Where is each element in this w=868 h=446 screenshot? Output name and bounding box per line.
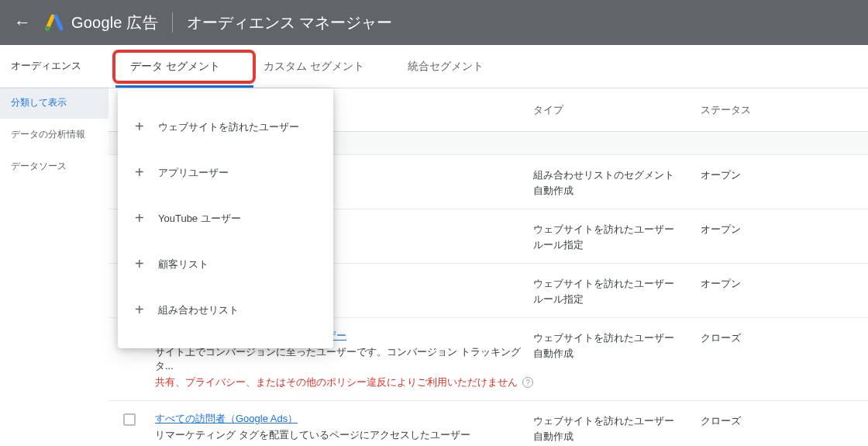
sidebar-item-data-insights[interactable]: データの分析情報 xyxy=(0,119,108,150)
plus-icon: + xyxy=(135,255,158,273)
row-description: サイト上でコンバージョンに至ったユーザーです。コンバージョン トラッキング タ.… xyxy=(155,345,533,373)
column-header-type[interactable]: タイプ xyxy=(533,103,701,117)
plus-icon: + xyxy=(135,301,158,319)
help-icon[interactable]: ? xyxy=(522,377,533,388)
plus-icon: + xyxy=(135,209,158,227)
row-type: ウェブサイトを訪れたユーザー ルール指定 xyxy=(533,275,701,306)
plus-icon: + xyxy=(135,118,158,136)
dropdown-option-customer-list[interactable]: + 顧客リスト xyxy=(118,241,333,287)
row-status: クローズ xyxy=(701,412,868,429)
dropdown-option-website-visitors[interactable]: + ウェブサイトを訪れたユーザー xyxy=(118,104,333,150)
dropdown-label: アプリユーザー xyxy=(158,166,229,180)
policy-warning: 共有、プライバシー、またはその他のポリシー違反によりご利用いただけません? xyxy=(155,375,533,389)
divider xyxy=(172,12,173,33)
brand-label: Google 広告 xyxy=(71,12,158,33)
dropdown-label: 顧客リスト xyxy=(158,258,208,271)
dropdown-option-combination-list[interactable]: + 組み合わせリスト xyxy=(118,287,333,333)
google-ads-logo-icon xyxy=(45,13,64,32)
dropdown-label: 組み合わせリスト xyxy=(158,303,239,317)
row-status: クローズ xyxy=(701,329,868,346)
row-description: リマーケティング タグを配置しているページにアクセスしたユーザー xyxy=(155,428,533,442)
dropdown-option-youtube-users[interactable]: + YouTube ユーザー xyxy=(118,195,333,241)
create-segment-dropdown: + ウェブサイトを訪れたユーザー + アプリユーザー + YouTube ユーザ… xyxy=(118,88,333,348)
dropdown-option-app-users[interactable]: + アプリユーザー xyxy=(118,150,333,195)
plus-icon: + xyxy=(135,164,158,182)
row-type: ウェブサイトを訪れたユーザー ルール指定 xyxy=(533,220,701,252)
row-checkbox[interactable] xyxy=(123,413,136,426)
tab-custom-segments[interactable]: カスタム セグメント xyxy=(242,45,386,88)
segment-tabs: データ セグメント カスタム セグメント 統合セグメント xyxy=(0,45,868,88)
svg-point-0 xyxy=(46,26,50,31)
section-title: オーディエンス マネージャー xyxy=(187,12,393,33)
table-row: すべての訪問者（Google Ads） リマーケティング タグを配置しているペー… xyxy=(108,401,868,446)
active-tab-underline xyxy=(115,85,253,88)
row-type: ウェブサイトを訪れたユーザー 自動作成 xyxy=(533,412,701,444)
dropdown-label: YouTube ユーザー xyxy=(158,212,241,226)
sidebar-item-data-sources[interactable]: データソース xyxy=(0,150,108,182)
row-status: オープン xyxy=(701,220,868,237)
back-arrow-icon[interactable]: ← xyxy=(14,12,31,33)
row-type: 組み合わせリストのセグメント 自動作成 xyxy=(533,166,701,198)
sidebar-item-classified-view[interactable]: 分類して表示 xyxy=(0,87,108,119)
tab-combined-segments[interactable]: 統合セグメント xyxy=(386,45,505,88)
top-bar: ← Google 広告 オーディエンス マネージャー xyxy=(0,0,868,45)
column-header-status[interactable]: ステータス xyxy=(701,103,868,117)
dropdown-label: ウェブサイトを訪れたユーザー xyxy=(158,120,299,134)
row-type: ウェブサイトを訪れたユーザー 自動作成 xyxy=(533,329,701,361)
row-status: オープン xyxy=(701,166,868,183)
row-link[interactable]: すべての訪問者（Google Ads） xyxy=(155,412,533,426)
tab-data-segments[interactable]: データ セグメント xyxy=(108,45,242,88)
row-status: オープン xyxy=(701,275,868,292)
